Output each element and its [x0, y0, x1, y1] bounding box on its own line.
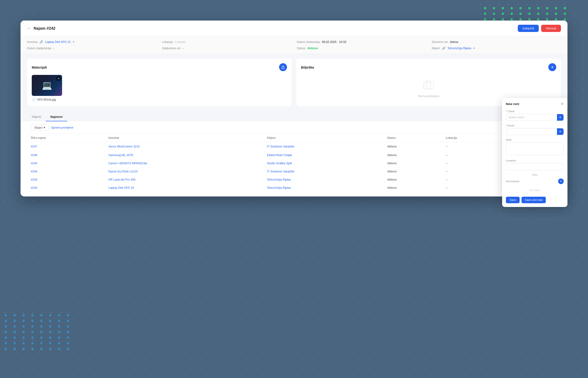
asset-label: Asset — [506, 124, 564, 127]
files-section: Files — [506, 173, 564, 176]
location-label: Location — [506, 159, 564, 162]
header-left: ← Najam #242 — [27, 26, 55, 31]
klijent-link[interactable]: TehnoVizija Rijeka — [267, 186, 291, 189]
meta-datum-dodavanja: Datum dodavanja: 06.02.2025 - 10:32 — [297, 40, 426, 44]
table-header: Šifra najma Imovina Klijent Status Lokac… — [27, 134, 561, 142]
toolbar-left: Stupci ▾ Spremi promjene — [31, 124, 73, 131]
datum-dodavanja-label: Datum dodavanja: — [297, 40, 320, 44]
klijent-link[interactable]: ElektroTeam Osijek — [267, 154, 292, 157]
side-panel: New rent ✕ Client Select client + Asset … — [502, 98, 567, 207]
panel-close-button[interactable]: ✕ — [561, 102, 564, 106]
tab-klijenti[interactable]: Klijenti — [27, 113, 46, 121]
add-asset-button[interactable]: + — [557, 128, 563, 135]
sifra-link[interactable]: #246 — [31, 154, 37, 157]
upload-button[interactable] — [279, 63, 287, 71]
data-table: Šifra najma Imovina Klijent Status Lokac… — [27, 134, 561, 192]
cell-klijent: Studio Grafika Split — [263, 159, 383, 168]
datum-zakljucenja-value: - — [53, 47, 54, 50]
meta-zakljuceno-od: Zaključeno od: - — [162, 46, 291, 50]
sifra-link[interactable]: #243 — [31, 178, 37, 181]
cell-sifra: #247 — [27, 142, 105, 151]
sifra-link[interactable]: #244 — [31, 170, 37, 173]
imovina-link[interactable]: Epson EcoTank L3110 — [108, 170, 138, 173]
obrisati-button[interactable]: Obrisati — [541, 25, 561, 32]
svg-rect-3 — [424, 82, 434, 89]
file-name: XPS-9510a.jpg — [37, 98, 56, 101]
imovina-link[interactable]: Canon i-SENSYS MF643Cdw — [108, 162, 147, 165]
imovina-link[interactable]: Samsung ML-1670 — [108, 154, 133, 157]
imovina-link[interactable]: Xerox WorkCentre 3215 — [108, 145, 140, 148]
stupci-button[interactable]: Stupci ▾ — [31, 124, 49, 131]
meta-klijent: Klijent: 🔗 TehnoVizija Rijeka ▾ — [432, 46, 561, 50]
col-sifra-najma: Šifra najma — [27, 134, 105, 142]
cell-imovina: HP LaserJet Pro 400 — [105, 176, 263, 184]
cell-status: Aktivno — [383, 142, 442, 151]
asset-input[interactable] — [506, 128, 557, 135]
client-form-group: Client Select client + — [506, 110, 564, 121]
cell-status: Aktivno — [383, 151, 442, 159]
klijent-link[interactable]: IT Solutions Varaždin — [267, 170, 294, 173]
klijent-dropdown-icon[interactable]: ▾ — [473, 46, 475, 50]
cell-klijent: TehnoVizija Rijeka — [263, 184, 383, 192]
sifra-link[interactable]: #245 — [31, 162, 37, 165]
col-klijent: Klijent — [263, 134, 383, 142]
cell-sifra: #246 — [27, 151, 105, 159]
notes-title-row: Bilješke — [301, 63, 556, 71]
spremi-promjene-button[interactable]: Spremi promjene — [51, 124, 73, 131]
note-form-group: Note — [506, 138, 564, 156]
tab-najmovi[interactable]: Najmovi — [46, 113, 67, 121]
add-document-button[interactable]: + — [558, 178, 564, 184]
note-label: Note — [506, 138, 564, 141]
back-button[interactable]: ← — [27, 26, 31, 31]
panel-header: New rent ✕ — [506, 102, 564, 106]
cell-lokacija: – — [442, 168, 506, 176]
cell-imovina: Laptop Dell XPS 15 — [105, 184, 263, 192]
table-row: #244Epson EcoTank L3110IT Solutions Vara… — [27, 168, 561, 176]
imovina-link[interactable]: Laptop Dell XPS 15 — [45, 40, 70, 44]
cell-lokacija: – — [442, 159, 506, 168]
meta-stvoreno-od: Stvoreno od: Jelena — [432, 40, 561, 44]
asset-form-group: Asset + — [506, 124, 564, 135]
cell-lokacija: – — [442, 151, 506, 159]
materials-title-row: Materijali — [32, 63, 287, 71]
klijent-link[interactable]: TehnoVizija Rijeka — [267, 178, 291, 181]
imovina-dropdown-icon[interactable]: ▾ — [73, 40, 74, 44]
note-textarea[interactable] — [506, 142, 564, 155]
sifra-link[interactable]: #242 — [31, 186, 37, 189]
client-select[interactable]: Select client — [506, 114, 557, 121]
imovina-link[interactable]: HP LaserJet Pro 400 — [108, 178, 135, 181]
sifra-link[interactable]: #247 — [31, 145, 37, 148]
imovina-link[interactable]: Laptop Dell XPS 15 — [108, 186, 134, 189]
notes-empty-text: Nema podataka — [418, 94, 439, 98]
client-label: Client — [506, 110, 564, 113]
cell-klijent: IT Solutions Varaždin — [263, 168, 383, 176]
cell-sifra: #245 — [27, 159, 105, 168]
add-note-button[interactable] — [548, 63, 556, 71]
documents-row: Documents + — [506, 178, 564, 184]
lokacija-value: Lokacija — [175, 40, 186, 44]
table-row: #246Samsung ML-1670ElektroTeam OsijekAkt… — [27, 151, 561, 159]
chevron-down-icon: ▾ — [44, 126, 45, 129]
klijent-link[interactable]: IT Solutions Varaždin — [267, 145, 294, 148]
delete-file-button[interactable]: ✕ — [56, 76, 61, 81]
status-value: Aktivno — [307, 47, 318, 50]
lokacija-label: Lokacija: — [162, 40, 173, 44]
cell-lokacija: – — [442, 176, 506, 184]
col-imovina: Imovina — [105, 134, 263, 142]
save-button[interactable]: Save — [506, 197, 520, 203]
save-and-add-button[interactable]: Save and new — [521, 197, 546, 203]
location-input[interactable] — [506, 163, 564, 170]
materials-title: Materijali — [32, 65, 47, 69]
klijent-link[interactable]: TehnoVizija Rijeka — [448, 47, 471, 50]
klijent-link[interactable]: Studio Grafika Split — [267, 162, 292, 165]
file-icon: 📄 — [32, 98, 36, 102]
zakljuciti-button[interactable]: Zaključiti — [518, 25, 539, 32]
file-name-row: 📄 XPS-9510a.jpg — [32, 98, 56, 102]
status-label: Status: — [297, 47, 306, 50]
panel-footer: Save Save and new — [506, 197, 564, 203]
materials-card: Materijali ✕ 📄 XPS-9510a.jpg — [27, 59, 292, 106]
blue-dot-decoration — [5, 314, 72, 350]
tabs-header-row: Klijenti Najmovi Novo — [21, 111, 567, 121]
table-section: Stupci ▾ Spremi promjene Šifra najma Imo… — [27, 121, 561, 192]
add-client-button[interactable]: + — [557, 114, 563, 121]
